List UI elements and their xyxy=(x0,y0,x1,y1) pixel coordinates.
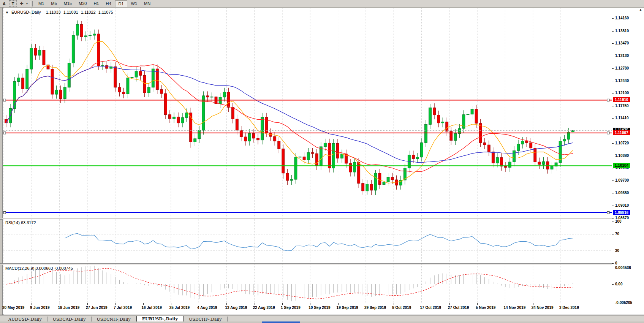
price-tick-label: 1.13470 xyxy=(615,41,629,45)
cursor-dropdown-caret-icon[interactable]: ▾ xyxy=(26,2,28,5)
collapse-arrow-icon[interactable]: ▼ xyxy=(5,11,9,14)
rsi-panel[interactable] xyxy=(3,219,612,263)
price-tick-label: 1.10380 xyxy=(615,154,629,158)
timeframe-button-mn[interactable]: MN xyxy=(141,0,153,6)
date-label: 1 Sep 2019 xyxy=(281,306,301,310)
date-label: 8 Oct 2019 xyxy=(392,306,411,310)
timeframe-button-m15[interactable]: M15 xyxy=(61,0,75,6)
axis-tick-mark xyxy=(612,43,614,44)
chart-tab-bar: AUDUSD-,DailyUSDCAD-,DailyUSDCNH-,DailyE… xyxy=(0,315,644,322)
axis-tick-mark xyxy=(612,56,614,56)
price-tick-label: 1.13130 xyxy=(615,54,629,58)
axis-tick-mark xyxy=(612,93,614,93)
axis-tick-mark xyxy=(612,118,614,119)
axis-tick-mark xyxy=(612,180,614,181)
date-tick-mark xyxy=(255,303,255,305)
timeframe-button-h4[interactable]: H4 xyxy=(103,0,114,6)
open-value: 1.11033 xyxy=(46,10,61,14)
arrow-tool-icon[interactable]: A xyxy=(1,1,8,6)
macd-tick-label: 0.004536 xyxy=(615,266,631,270)
date-label: 29 Sep 2019 xyxy=(364,306,386,310)
date-tick-mark xyxy=(394,303,394,305)
date-label: 25 Jul 2019 xyxy=(169,306,190,310)
macd-tick-label: -0.005205 xyxy=(615,301,632,305)
axis-tick-mark xyxy=(612,218,614,218)
macd-panel[interactable] xyxy=(3,264,612,303)
close-value: 1.11075 xyxy=(98,10,113,14)
date-label: 22 Aug 2019 xyxy=(253,306,275,310)
price-tick-label: 1.09700 xyxy=(615,178,629,182)
axis-tick-mark xyxy=(612,263,614,264)
date-label: 27 Oct 2019 xyxy=(448,306,469,310)
axis-tick-mark xyxy=(612,268,614,268)
macd-label: MACD(12,26,9) 0.000663 -0.000745 xyxy=(5,266,73,271)
axis-tick-mark xyxy=(612,284,614,285)
chart-title: ▼ EURUSD-,Daily 1.11033 1.11081 1.11022 … xyxy=(5,10,115,14)
price-tick-label: 1.12780 xyxy=(615,66,629,70)
date-tick-mark xyxy=(310,303,310,305)
timeframe-button-m30[interactable]: M30 xyxy=(76,0,90,6)
timeframe-button-d1[interactable]: D1 xyxy=(115,0,127,7)
price-tick-label: 1.09010 xyxy=(615,203,629,207)
date-label: 18 Jun 2019 xyxy=(58,306,80,310)
axis-tick-mark xyxy=(612,81,614,81)
date-label: 16 Jul 2019 xyxy=(142,306,162,310)
axis-tick-mark xyxy=(612,31,614,32)
date-tick-mark xyxy=(505,303,505,305)
axis-tick-mark xyxy=(612,156,614,156)
price-tick-label: 1.14160 xyxy=(615,16,629,20)
rsi-tick-label: 70 xyxy=(615,232,619,236)
date-label: 5 Nov 2019 xyxy=(476,306,495,310)
date-label: 24 Nov 2019 xyxy=(532,306,554,310)
scrollbar-thumb[interactable] xyxy=(262,321,300,323)
timeframe-button-h1[interactable]: H1 xyxy=(90,0,102,6)
low-value: 1.11022 xyxy=(81,10,96,14)
timeframe-bar: M1M5M15M30H1H4D1W1MN xyxy=(35,0,154,7)
date-tick-mark xyxy=(115,303,116,305)
price-axis[interactable]: 1.141601.138101.134701.131301.127801.124… xyxy=(612,8,644,314)
timeframe-button-m1[interactable]: M1 xyxy=(35,0,47,6)
text-tool-icon[interactable]: T xyxy=(9,0,17,7)
date-label: 7 Jul 2019 xyxy=(114,306,132,310)
axis-tick-mark xyxy=(612,303,614,303)
date-tick-mark xyxy=(87,303,88,305)
date-tick-mark xyxy=(199,303,199,305)
date-tick-mark xyxy=(143,303,144,305)
date-label: 14 Nov 2019 xyxy=(503,306,525,310)
price-tick-label: 1.10720 xyxy=(615,141,629,145)
price-tick-label: 1.09350 xyxy=(615,191,629,195)
date-label: 9 Jun 2019 xyxy=(30,306,49,310)
axis-tick-mark xyxy=(612,18,614,19)
price-tick-label: 1.11750 xyxy=(615,104,629,108)
rsi-label: RSI(14) 63.3172 xyxy=(5,220,36,225)
date-label: 17 Oct 2019 xyxy=(420,306,441,310)
date-tick-mark xyxy=(533,303,533,305)
cursor-tool-icon[interactable]: ✛ xyxy=(18,1,25,6)
price-line-label: 1.10104 xyxy=(613,163,630,168)
toolbar: A T ✛ ▾ M1M5M15M30H1H4D1W1MN xyxy=(0,0,644,8)
price-chart-plot[interactable] xyxy=(3,8,612,218)
date-tick-mark xyxy=(282,303,283,305)
date-tick-mark xyxy=(422,303,422,305)
timeframe-button-m5[interactable]: M5 xyxy=(48,0,60,6)
timeframe-button-w1[interactable]: W1 xyxy=(128,0,141,6)
date-axis[interactable]: 30 May 20199 Jun 201918 Jun 201927 Jun 2… xyxy=(3,303,612,314)
symbol-period-label: EURUSD-,Daily xyxy=(11,10,41,14)
date-tick-mark xyxy=(366,303,366,305)
date-label: 3 Dec 2019 xyxy=(559,306,579,310)
date-tick-mark xyxy=(60,303,60,305)
price-tick-label: 1.12100 xyxy=(615,91,629,95)
axis-top-arrow-icon: ▲ xyxy=(639,8,642,11)
price-tick-label: 1.11410 xyxy=(615,116,629,120)
horizontal-scrollbar[interactable] xyxy=(0,321,644,323)
axis-tick-mark xyxy=(612,193,614,193)
toolbar-separator xyxy=(30,1,33,6)
rsi-tick-label: 30 xyxy=(615,249,619,253)
date-tick-mark xyxy=(561,303,561,305)
date-label: 19 Sep 2019 xyxy=(337,306,358,310)
price-line-label: 1.11007 xyxy=(613,130,630,135)
date-tick-mark xyxy=(477,303,478,305)
date-tick-mark xyxy=(32,303,32,305)
date-tick-mark xyxy=(338,303,339,305)
price-line-label: 1.08816 xyxy=(613,210,630,215)
